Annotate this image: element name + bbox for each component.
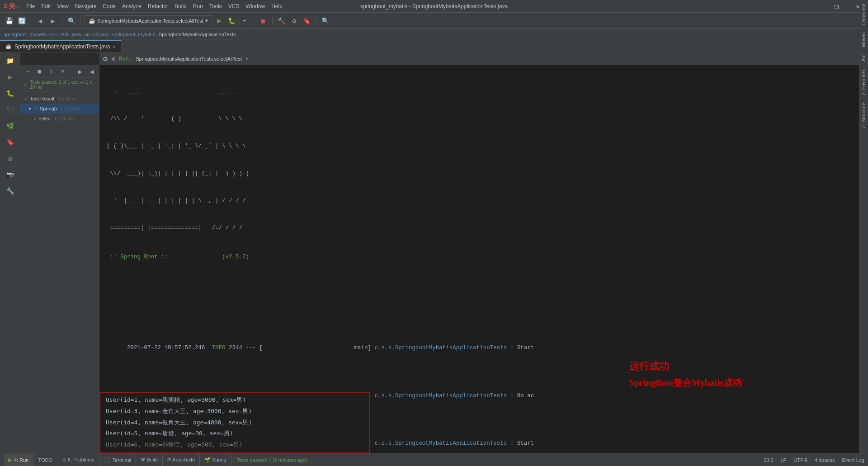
right-sidebar: Database Maven Ant 2: Favorites Z: Struc… (859, 0, 868, 466)
run-tree-selec-time: 1 s 10 ms (54, 116, 74, 121)
camera-icon[interactable]: 📷 (0, 166, 20, 183)
build-button[interactable]: 🔨 (276, 15, 287, 26)
collapse-button[interactable]: ◀ (86, 66, 97, 77)
menu-code[interactable]: Code (100, 2, 118, 10)
menu-window[interactable]: Window (243, 2, 268, 10)
success-text-1: 运行成功 (629, 360, 741, 373)
toolbar-separator-4 (254, 16, 254, 25)
run-panel-settings-icon[interactable]: ⚙ (103, 54, 108, 63)
java-file-icon: ☕ (5, 43, 12, 49)
breadcrumb-shijimo[interactable]: shijimo (93, 32, 108, 37)
run-configuration-selector[interactable]: ☕ SpringbootMybatisApplicationTests.sele… (85, 15, 212, 26)
spring-banner-line7: :: Spring Boot :: (v2.5.2) (107, 252, 852, 263)
status-bar-right: 23:2 LF UTF-8 4 spaces Event Log (764, 457, 864, 463)
build-status-label: ⚒ Build (141, 457, 158, 463)
menu-analyze[interactable]: Analyze (119, 2, 144, 10)
right-tab-database[interactable]: Database (859, 0, 868, 29)
run-panel-close-icon[interactable]: ✕ (111, 54, 116, 63)
search-button[interactable]: 🔍 (320, 15, 331, 26)
filter-button[interactable]: ≡ (57, 66, 68, 77)
problems-status-tab[interactable]: ⚠ 6: Problems (57, 454, 99, 466)
run-tool-icon[interactable]: ▶ (0, 69, 20, 85)
save-all-button[interactable]: 💾 (4, 15, 14, 26)
bottom-status-message: Tests passed: 1 (2 minutes ago) (231, 457, 307, 463)
run-tree-springb[interactable]: ▼ ✓ Springb 1 s 10 ms (20, 104, 99, 114)
menu-refactor[interactable]: Refactor (145, 2, 171, 10)
menu-edit[interactable]: Edit (38, 2, 53, 10)
breadcrumb-sep-2: › (58, 32, 60, 37)
breadcrumb-java[interactable]: java (72, 32, 81, 37)
success-text-2: SpringBoot整合Mybatis成功 (629, 378, 741, 388)
menu-tools[interactable]: Tools (207, 2, 225, 10)
event-log-link[interactable]: Event Log (842, 457, 864, 463)
rerun-button[interactable]: ↩ (22, 66, 33, 77)
editor-tab-bar: ☕ SpringbootMybatisApplicationTests.java… (0, 40, 868, 52)
menu-navigate[interactable]: Navigate (72, 2, 99, 10)
debug-tool-icon[interactable]: 🐛 (0, 85, 20, 101)
auto-build-status-tab[interactable]: ⟳ Auto-build (163, 454, 200, 466)
stop-run-button[interactable]: ■ (34, 66, 45, 77)
title-bar: S 英·,· File Edit View Navigate Code Anal… (0, 0, 868, 13)
menu-view[interactable]: View (54, 2, 71, 10)
toolbar-separator-6 (316, 16, 316, 25)
breadcrumb-cn[interactable]: cn (85, 32, 90, 37)
search-everywhere-button[interactable]: 🔍 (66, 15, 77, 26)
tests-passed-bar: ⚙ ✕ Run: SpringbootMybatisApplicationTes… (99, 52, 859, 65)
settings-button[interactable]: ⚙ (289, 15, 300, 26)
log-date-1: 2021-07-22 19:57:52.246 (127, 345, 212, 351)
stop-button[interactable]: ■ (258, 15, 269, 26)
expand-arrow-icon: ▼ (28, 106, 32, 111)
breadcrumb-package[interactable]: springboot_mybatis (112, 32, 155, 37)
tab-close-icon[interactable]: × (113, 44, 115, 49)
run-tree-selec[interactable]: ✓ selec 1 s 10 ms (20, 114, 99, 124)
run-tree-springb-label: Springb (40, 106, 57, 111)
right-tab-favorites[interactable]: 2: Favorites (859, 66, 868, 99)
editor-tab-main[interactable]: ☕ SpringbootMybatisApplicationTests.java… (0, 40, 122, 52)
menu-help[interactable]: Help (269, 2, 285, 10)
run-config-close-icon[interactable]: × (245, 56, 249, 62)
passed-check-icon: ✓ (24, 81, 27, 88)
run-tree-root[interactable]: ✓ Test Result 1 s 10 ms (20, 94, 99, 104)
menu-run[interactable]: Run (190, 2, 206, 10)
tests-passed-text: Tests passed: 1 of 1 test — 1 s 10 ms (30, 80, 95, 90)
build-icon[interactable]: 🔧 (0, 183, 20, 199)
debug-button[interactable]: 🐛 (226, 15, 237, 26)
maximize-button[interactable]: □ (826, 0, 847, 13)
spring-banner-line2: /\\ / ___'_ __ _ _(_)_ __ __ _ \ \ \ \ (107, 115, 852, 124)
menu-file[interactable]: File (24, 2, 38, 10)
back-button[interactable]: ◀ (35, 15, 46, 26)
cursor-position: 23:2 (764, 457, 773, 463)
coverage-button[interactable]: ☂ (239, 15, 250, 26)
bookmarks-icon[interactable]: 🔖 (0, 134, 20, 150)
run-config-name: SpringbootMybatisApplicationTests.select… (136, 56, 242, 62)
sort-button[interactable]: ↕ (46, 66, 57, 77)
right-tab-maven[interactable]: Maven (859, 29, 868, 51)
breadcrumb-src[interactable]: src (50, 32, 57, 37)
bookmark-button[interactable]: 🔖 (302, 15, 312, 26)
spring-status-tab[interactable]: 🌱 Spring (200, 454, 231, 466)
breadcrumb-project[interactable]: springboot_mybatis (4, 32, 47, 37)
run-button[interactable]: ▶ (214, 15, 225, 26)
forward-button[interactable]: ▶ (47, 15, 58, 26)
menu-build[interactable]: Build (172, 2, 189, 10)
spacer-1 (107, 291, 852, 296)
right-tab-structure[interactable]: Z: Structure (859, 99, 868, 132)
breadcrumb-test[interactable]: test (60, 32, 68, 37)
editor-tab-label: SpringbootMybatisApplicationTests.java (14, 43, 110, 50)
vcs-icon[interactable]: 🌿 (0, 118, 20, 134)
todo-status-label: TODO (38, 457, 52, 463)
project-tool-window-icon[interactable]: 📁 (0, 52, 20, 69)
structure-icon[interactable]: ⬛ (0, 101, 20, 118)
todo-icon[interactable]: ☑ (0, 150, 20, 166)
run-status-tab[interactable]: ▶ 4: Run (4, 454, 33, 466)
right-tab-ant[interactable]: Ant (859, 51, 868, 66)
menu-vcs[interactable]: VCS (226, 2, 242, 10)
todo-status-tab[interactable]: TODO (33, 454, 57, 466)
expand-button[interactable]: ▶ (75, 66, 85, 77)
root-check-icon: ✓ (24, 96, 28, 102)
run-tree: ✓ Test Result 1 s 10 ms ▼ ✓ Springb 1 s … (20, 92, 99, 125)
terminal-status-tab[interactable]: ⬛ Terminal (99, 454, 137, 466)
minimize-button[interactable]: — (805, 0, 826, 13)
build-status-tab[interactable]: ⚒ Build (136, 454, 163, 466)
sync-button[interactable]: 🔄 (16, 15, 27, 26)
